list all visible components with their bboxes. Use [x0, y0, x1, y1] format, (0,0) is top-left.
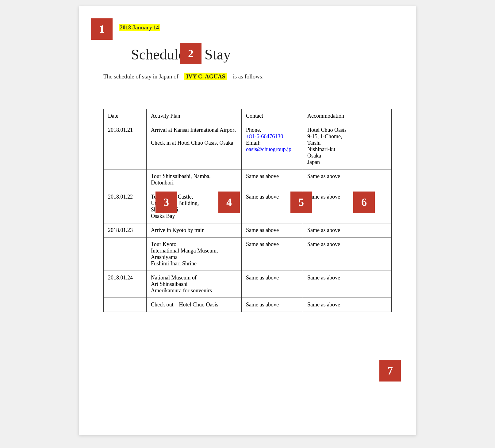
- person-name: IVY C. AGUAS: [184, 73, 227, 80]
- cell-contact-1: Phone. +81-6-66476130 Email: oasis@chuog…: [242, 123, 303, 169]
- cell-activity-1: Arrival at Kansai International Airport …: [147, 123, 242, 169]
- cell-accommodation-6: Same as above: [303, 271, 392, 298]
- email-address: oasis@chuogroup.jp: [246, 146, 291, 152]
- cell-accommodation-7: Same as above: [303, 298, 392, 312]
- cell-activity-2: Tour Shinsaibashi, Namba, Dotonbori: [147, 169, 242, 190]
- cell-date-5: [104, 237, 147, 271]
- cell-accommodation-1: Hotel Chuo Oasis 9-15, 1-Chome, Taishi N…: [303, 123, 392, 169]
- cell-activity-7: Check out – Hotel Chuo Oasis: [147, 298, 242, 312]
- cell-accommodation-2: Same as above: [303, 169, 392, 190]
- cell-activity-4: Arrive in Kyoto by train: [147, 223, 242, 237]
- cell-accommodation-4: Same as above: [303, 223, 392, 237]
- badge-2: 2: [180, 43, 201, 64]
- cell-accommodation-3: Same as above: [303, 190, 392, 223]
- cell-date-1: 2018.01.21: [104, 123, 147, 169]
- cell-date-6: 2018.01.24: [104, 271, 147, 298]
- badge-5: 5: [290, 192, 312, 213]
- table-row: Check out – Hotel Chuo Oasis Same as abo…: [104, 298, 392, 312]
- table-row: 2018.01.22 Tour Osaka Castle, Umeda Sky …: [104, 190, 392, 223]
- badge-1: 1: [91, 18, 113, 40]
- cell-date-2: [104, 169, 147, 190]
- cell-contact-6: Same as above: [242, 271, 303, 298]
- table-header-row: Date Activity Plan Contact Accommodation: [104, 109, 392, 123]
- intro-paragraph: The schedule of stay in Japan of IVY C. …: [103, 72, 392, 81]
- phone-number: +81-6-66476130: [246, 133, 283, 139]
- cell-accommodation-5: Same as above: [303, 237, 392, 271]
- intro-prefix: The schedule of stay in Japan of: [103, 73, 178, 80]
- cell-contact-5: Same as above: [242, 237, 303, 271]
- date-line: 2018 January 14: [119, 25, 160, 31]
- header-accommodation: Accommodation: [303, 109, 392, 123]
- cell-date-4: 2018.01.23: [104, 223, 147, 237]
- header-activity: Activity Plan: [147, 109, 242, 123]
- badge-4: 4: [218, 192, 240, 213]
- header-date: Date: [104, 109, 147, 123]
- cell-activity-5: Tour Kyoto International Manga Museum, A…: [147, 237, 242, 271]
- email-label: Email:: [246, 140, 261, 146]
- intro-suffix: is as follows:: [233, 73, 263, 80]
- page: 1 2018 January 14 2 Schedule of Stay The…: [79, 6, 416, 435]
- cell-date-3: 2018.01.22: [104, 190, 147, 223]
- title-section: Schedule of Stay: [103, 46, 392, 63]
- cell-contact-7: Same as above: [242, 298, 303, 312]
- table-row: Tour Shinsaibashi, Namba, Dotonbori Same…: [104, 169, 392, 190]
- badge-6: 6: [353, 192, 375, 213]
- cell-activity-6: National Museum of Art Shinsaibashi Amer…: [147, 271, 242, 298]
- badge-7: 7: [379, 360, 401, 382]
- cell-contact-2: Same as above: [242, 169, 303, 190]
- cell-contact-4: Same as above: [242, 223, 303, 237]
- table-row: 2018.01.24 National Museum of Art Shinsa…: [104, 271, 392, 298]
- phone-label: Phone.: [246, 127, 261, 133]
- table-row: 2018.01.23 Arrive in Kyoto by train Same…: [104, 223, 392, 237]
- document-date: 2018 January 14: [119, 24, 160, 31]
- table-row: Tour Kyoto International Manga Museum, A…: [104, 237, 392, 271]
- cell-date-7: [104, 298, 147, 312]
- schedule-table: Date Activity Plan Contact Accommodation…: [103, 109, 392, 312]
- schedule-table-section: 3 4 5 6 7 Date Activity Plan Contact Acc…: [103, 109, 392, 312]
- table-row: 2018.01.21 Arrival at Kansai Internation…: [104, 123, 392, 169]
- badge-3: 3: [155, 192, 177, 213]
- header-contact: Contact: [242, 109, 303, 123]
